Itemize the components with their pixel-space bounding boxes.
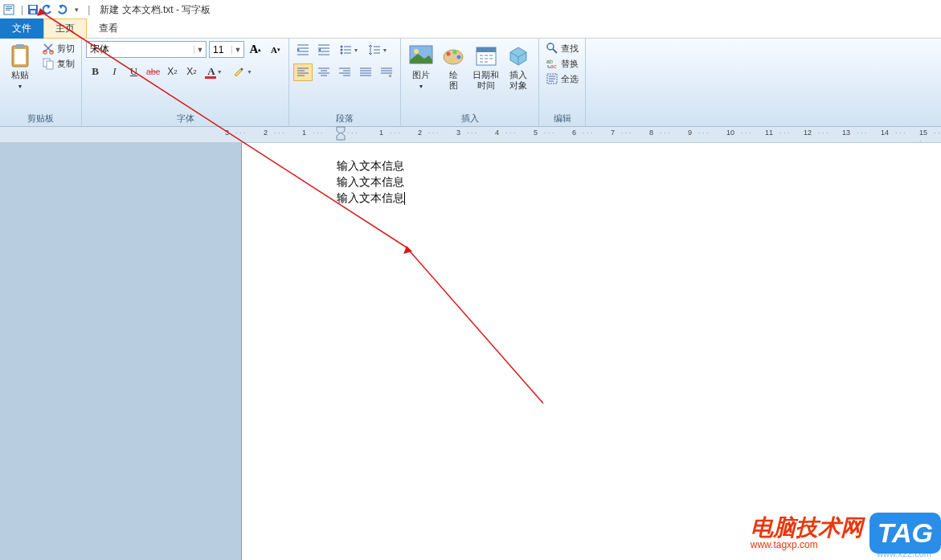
object-icon	[505, 43, 531, 68]
replace-button[interactable]: abac 替换	[543, 56, 581, 71]
chevron-down-icon: ▼	[247, 69, 252, 75]
ruler-tick: 1· · ·	[302, 129, 323, 137]
tag-badge: TAG	[869, 513, 941, 554]
select-all-button[interactable]: 全选	[543, 72, 581, 86]
tab-file[interactable]: 文件	[0, 18, 43, 39]
svg-rect-8	[14, 49, 26, 64]
group-clipboard: 粘贴▼ 剪切 复制 剪贴板	[0, 39, 82, 126]
tab-view[interactable]: 查看	[87, 18, 130, 39]
ribbon: 粘贴▼ 剪切 复制 剪贴板 宋体 ▼	[0, 39, 941, 127]
wordpad-app-icon	[3, 3, 16, 16]
cut-button[interactable]: 剪切	[39, 41, 77, 55]
document-area: 输入文本信息 输入文本信息 输入文本信息	[0, 143, 941, 560]
svg-rect-6	[31, 10, 35, 14]
ruler-tick: 5· · ·	[534, 129, 554, 137]
text-line: 输入文本信息	[337, 190, 941, 206]
svg-point-20	[447, 52, 451, 56]
font-family-combo[interactable]: 宋体 ▼	[86, 41, 207, 58]
ruler-tick: 9· · ·	[688, 129, 709, 137]
strike-button[interactable]: abc	[144, 63, 162, 80]
ruler-tick: 15· · ·	[919, 129, 941, 145]
chevron-down-icon: ▼	[18, 84, 23, 89]
title-file: 新建 文本文档.txt	[100, 4, 173, 15]
superscript-button[interactable]: X2	[182, 63, 201, 80]
align-justify-button[interactable]	[356, 63, 375, 81]
redo-icon[interactable]	[55, 3, 68, 16]
chevron-down-icon: ▼	[419, 84, 424, 89]
svg-rect-25	[477, 47, 496, 52]
paragraph-settings-button[interactable]	[377, 63, 396, 81]
bold-button[interactable]: B	[86, 63, 104, 80]
underline-button[interactable]: U	[125, 63, 143, 80]
svg-point-23	[450, 59, 454, 63]
indent-increase-button[interactable]	[314, 41, 333, 59]
align-right-button[interactable]	[335, 63, 354, 81]
qa-customize-arrow-icon[interactable]: ▾	[70, 3, 83, 16]
group-font: 宋体 ▼ 11 ▼ A▴ A▾ B I U abc X2 X2 A▼	[82, 39, 289, 126]
calendar-icon	[473, 43, 499, 68]
save-icon[interactable]	[27, 3, 39, 16]
insert-object-button[interactable]: 插入 对象	[502, 41, 534, 92]
svg-rect-13	[47, 61, 53, 69]
grow-font-button[interactable]: A▴	[247, 41, 264, 58]
qa-sep2: |	[88, 4, 90, 15]
group-paragraph-label: 段落	[293, 111, 396, 125]
page[interactable]: 输入文本信息 输入文本信息 输入文本信息	[241, 143, 941, 560]
chevron-down-icon: ▼	[231, 46, 243, 54]
highlight-button[interactable]: ▼	[229, 63, 256, 80]
svg-rect-2	[6, 8, 12, 9]
shrink-font-button[interactable]: A▾	[267, 41, 284, 58]
ruler-tick: 7· · ·	[611, 129, 632, 137]
svg-point-18	[414, 49, 419, 54]
tab-home[interactable]: 主页	[43, 18, 87, 39]
svg-text:ac: ac	[550, 63, 557, 69]
document-content[interactable]: 输入文本信息 输入文本信息 输入文本信息	[337, 157, 941, 206]
svg-point-15	[340, 49, 342, 51]
ruler-tick: 13· · ·	[842, 129, 867, 137]
insert-picture-button[interactable]: 图片▼	[405, 41, 437, 93]
ruler-tick: 4· · ·	[495, 129, 516, 137]
group-edit: 查找 abac 替换 全选 编辑	[539, 39, 586, 126]
qa-sep: |	[21, 4, 23, 15]
menu-bar: 文件 主页 查看	[0, 19, 941, 39]
insert-datetime-button[interactable]: 日期和 时间	[469, 41, 502, 92]
ruler-tick: 10· · ·	[726, 129, 751, 137]
ruler-tick: 12· · ·	[804, 129, 828, 137]
subscript-button[interactable]: X2	[163, 63, 182, 80]
ruler-tick: 2· · ·	[418, 129, 439, 137]
group-edit-label: 编辑	[543, 111, 581, 125]
insert-drawing-button[interactable]: 绘 图	[437, 41, 469, 92]
undo-icon[interactable]	[41, 3, 54, 16]
font-color-button[interactable]: A▼	[202, 63, 228, 80]
find-button[interactable]: 查找	[543, 41, 581, 55]
font-size-combo[interactable]: 11 ▼	[209, 41, 244, 58]
ruler-tick: 1· · ·	[379, 129, 400, 137]
paste-button[interactable]: 粘贴▼	[4, 41, 36, 93]
svg-rect-9	[16, 44, 24, 48]
svg-point-26	[547, 43, 554, 50]
group-clipboard-label: 剪贴板	[4, 111, 77, 125]
title-app: 写字板	[182, 4, 211, 15]
svg-point-21	[453, 51, 457, 55]
title-bar: | ▾ | 新建 文本文档.txt - 写字板	[0, 0, 941, 19]
align-center-button[interactable]	[314, 63, 333, 81]
align-left-button[interactable]	[293, 63, 313, 81]
chevron-down-icon: ▼	[217, 69, 223, 75]
svg-rect-5	[30, 6, 36, 9]
ruler-tick: 11· · ·	[765, 129, 790, 137]
italic-button[interactable]: I	[105, 63, 124, 80]
bullet-list-button[interactable]: ▼	[335, 41, 362, 59]
line-spacing-button[interactable]: ▼	[364, 41, 391, 59]
ruler-tick: 2· · ·	[264, 129, 284, 137]
watermark: 电脑技术网 www.tagxp.com TAG	[751, 513, 941, 554]
svg-rect-1	[6, 6, 12, 7]
text-cursor	[404, 192, 405, 205]
copy-button[interactable]: 复制	[39, 56, 77, 71]
svg-rect-3	[6, 10, 10, 10]
drawing-icon	[440, 43, 466, 68]
ruler-tick: 3· · ·	[225, 129, 246, 137]
ruler-tick: 8· · ·	[649, 129, 670, 137]
group-insert-label: 插入	[405, 111, 534, 125]
indent-decrease-button[interactable]	[293, 41, 313, 59]
ruler-tick: 6· · ·	[572, 129, 593, 137]
